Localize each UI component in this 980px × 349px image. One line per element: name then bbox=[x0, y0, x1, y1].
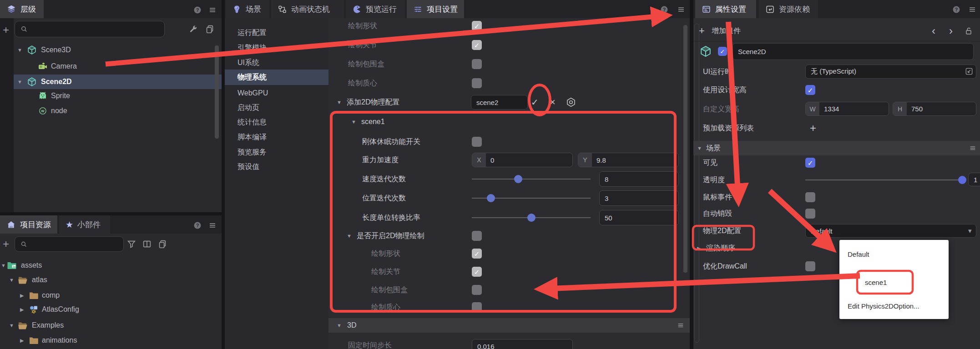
nav-back-icon[interactable]: ‹ bbox=[932, 25, 935, 37]
copy-icon[interactable] bbox=[157, 239, 167, 249]
position-iter-slider[interactable] bbox=[472, 198, 591, 199]
fixed-timestep-value[interactable]: 0.016 bbox=[472, 339, 573, 349]
menu-icon[interactable] bbox=[969, 145, 976, 152]
copy-icon[interactable] bbox=[205, 24, 215, 34]
tree-item-camera[interactable]: Camera bbox=[51, 62, 77, 70]
help-icon[interactable] bbox=[193, 221, 202, 230]
config-gear-icon[interactable] bbox=[565, 96, 577, 108]
slider-knob[interactable] bbox=[514, 175, 522, 183]
draw-shape-checkbox[interactable]: ✓ bbox=[472, 21, 482, 31]
debug-draw-bounds-checkbox[interactable]: ✓ bbox=[472, 285, 482, 295]
optimize-drawcall-checkbox[interactable]: ✓ bbox=[805, 261, 815, 271]
use-design-size-checkbox[interactable]: ✓ bbox=[805, 85, 815, 95]
height-value[interactable]: 750 bbox=[907, 102, 976, 115]
unit-ratio-slider[interactable] bbox=[472, 217, 591, 218]
help-icon[interactable] bbox=[660, 5, 669, 14]
debug-draw-joint-checkbox[interactable]: ✓ bbox=[472, 267, 482, 277]
expander-comp[interactable]: ▶ bbox=[20, 293, 24, 299]
tab-widgets[interactable]: ★ 小部件 bbox=[59, 215, 110, 234]
tab-project-resources[interactable]: 项目资源 bbox=[0, 215, 57, 234]
help-icon[interactable] bbox=[193, 5, 202, 15]
columns-icon[interactable] bbox=[142, 239, 152, 249]
gravity-y-field[interactable]: Y 9.8 bbox=[578, 153, 679, 167]
cancel-icon[interactable]: × bbox=[550, 96, 556, 108]
menu-icon[interactable] bbox=[677, 5, 685, 14]
tab-project-settings[interactable]: 项目设置 bbox=[407, 0, 464, 18]
expander-add-2d-config[interactable]: ▼ bbox=[337, 100, 342, 105]
menu-item-edit-physics2doption[interactable]: Edit Physics2DOption... bbox=[839, 298, 949, 314]
unit-ratio-value[interactable]: 50 bbox=[599, 210, 679, 225]
expander-assets[interactable]: ▼ bbox=[1, 263, 6, 268]
expander-examples[interactable]: ▼ bbox=[9, 323, 14, 328]
expander-scene2d[interactable]: ▼ bbox=[17, 79, 22, 85]
script-picker-icon[interactable] bbox=[965, 67, 974, 76]
nav-presets[interactable]: 预设值 bbox=[225, 160, 328, 174]
expander-render-order[interactable]: ▶ bbox=[697, 245, 701, 251]
slider-knob[interactable] bbox=[487, 194, 495, 202]
asset-item-animations[interactable]: animations bbox=[42, 336, 77, 344]
asset-item-atlasconfig[interactable]: AtlasConfig bbox=[42, 305, 79, 314]
confirm-icon[interactable]: ✓ bbox=[531, 97, 539, 108]
slider-knob[interactable] bbox=[958, 176, 966, 184]
nav-run-config[interactable]: 运行配置 bbox=[225, 25, 328, 40]
draw-bounds-checkbox[interactable]: ✓ bbox=[472, 59, 482, 69]
nav-webgpu[interactable]: WebGPU bbox=[225, 85, 328, 100]
tab-anim-state-machine[interactable]: 动画状态机 bbox=[271, 0, 344, 18]
tab-properties[interactable]: 属性设置 bbox=[695, 0, 756, 18]
velocity-iter-value[interactable]: 8 bbox=[599, 171, 679, 187]
debug-draw-shape-checkbox[interactable]: ✓ bbox=[472, 249, 482, 259]
asset-item-assets[interactable]: assets bbox=[21, 261, 42, 269]
assets-search-input[interactable] bbox=[15, 236, 124, 252]
expander-atlas[interactable]: ▼ bbox=[9, 277, 14, 283]
menu-item-default[interactable]: Default bbox=[839, 246, 949, 262]
menu-icon[interactable] bbox=[208, 6, 217, 14]
velocity-iter-slider[interactable] bbox=[472, 179, 591, 179]
nav-forward-icon[interactable]: › bbox=[949, 25, 953, 37]
expander-atlasconfig[interactable]: ▶ bbox=[20, 307, 24, 313]
tab-dependencies[interactable]: 资源依赖 bbox=[759, 0, 818, 18]
expander-2d-debug[interactable]: ▼ bbox=[347, 233, 352, 239]
tree-item-node[interactable]: node bbox=[51, 107, 67, 115]
slider-knob[interactable] bbox=[527, 214, 535, 222]
new-config-name-input[interactable]: scene2 bbox=[471, 95, 528, 110]
asset-item-comp[interactable]: comp bbox=[42, 291, 60, 299]
lock-icon[interactable] bbox=[964, 26, 974, 36]
preload-add-button[interactable]: + bbox=[810, 122, 816, 135]
tab-preview-run[interactable]: 预览运行 bbox=[346, 0, 405, 18]
filter-icon[interactable] bbox=[126, 239, 136, 249]
expander-3d[interactable]: ▼ bbox=[337, 323, 342, 328]
wrench-icon[interactable] bbox=[188, 24, 198, 34]
asset-item-atlas[interactable]: atlas bbox=[32, 276, 47, 284]
gravity-x-value[interactable]: 0 bbox=[486, 153, 572, 167]
nav-physics-system[interactable]: 物理系统 bbox=[225, 70, 328, 85]
sleep-toggle-checkbox[interactable]: ✓ bbox=[472, 137, 482, 147]
nav-script-compile[interactable]: 脚本编译 bbox=[225, 130, 328, 145]
draw-joint-checkbox[interactable]: ✓ bbox=[472, 40, 482, 50]
alpha-value[interactable]: 1 bbox=[968, 173, 980, 186]
mouse-checkbox[interactable]: ✓ bbox=[805, 192, 815, 202]
ui-runtime-field[interactable]: 无 (TypeScript) bbox=[805, 65, 976, 79]
menu-item-scene1[interactable]: scene1 bbox=[839, 274, 949, 290]
tree-item-scene3d[interactable]: Scene3D bbox=[41, 46, 71, 54]
width-value[interactable]: 1334 bbox=[819, 102, 889, 115]
gravity-y-value[interactable]: 9.8 bbox=[592, 153, 678, 167]
expander-animations[interactable]: ▶ bbox=[20, 338, 24, 344]
gravity-x-field[interactable]: X 0 bbox=[472, 153, 573, 167]
asset-item-examples[interactable]: Examples bbox=[32, 321, 64, 329]
node-active-checkbox[interactable]: ✓ bbox=[718, 47, 727, 56]
section-3d-bar[interactable]: ▼ 3D bbox=[328, 318, 690, 333]
nav-statistics[interactable]: 统计信息 bbox=[225, 115, 328, 130]
debug-draw-centroid-checkbox[interactable]: ✓ bbox=[472, 302, 482, 312]
tree-item-sprite[interactable]: Sprite bbox=[51, 92, 70, 100]
nav-preview-service[interactable]: 预览服务 bbox=[225, 145, 328, 160]
visible-checkbox[interactable]: ✓ bbox=[805, 158, 815, 168]
physics2d-config-dropdown[interactable]: Default bbox=[805, 224, 976, 238]
nav-engine-modules[interactable]: 引擎模块 bbox=[225, 40, 328, 55]
settings-scrollbar[interactable] bbox=[683, 25, 687, 273]
width-field[interactable]: W 1334 bbox=[805, 102, 889, 116]
help-icon[interactable] bbox=[952, 5, 961, 14]
draw-centroid-checkbox[interactable]: ✓ bbox=[472, 78, 482, 88]
hierarchy-search-input[interactable] bbox=[15, 21, 165, 37]
add-asset-button[interactable]: + bbox=[3, 238, 9, 250]
nav-ui-system[interactable]: UI系统 bbox=[225, 55, 328, 70]
